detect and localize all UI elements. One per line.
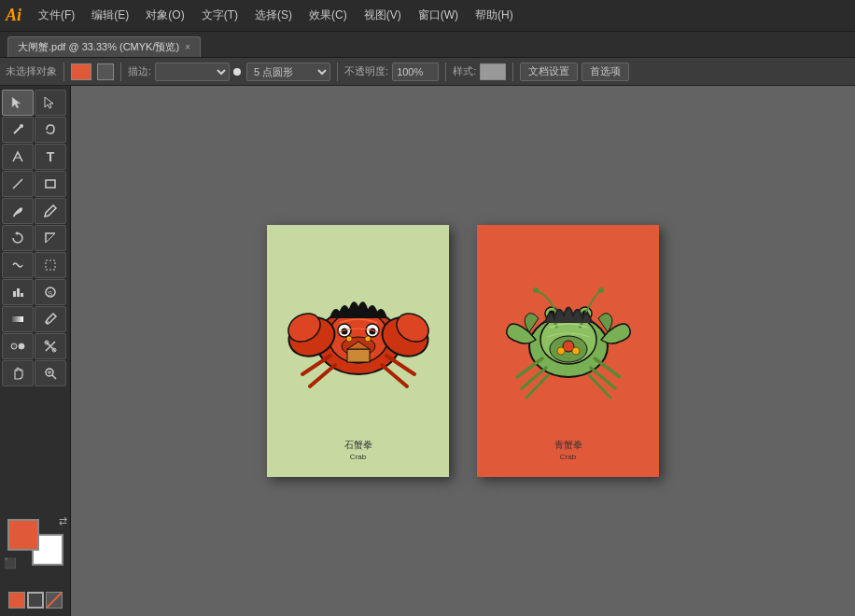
menu-view[interactable]: 视图(V) bbox=[357, 4, 409, 27]
stroke-label: 描边: bbox=[128, 64, 151, 78]
document-tab[interactable]: 大闸蟹.pdf @ 33.33% (CMYK/预览) × bbox=[7, 36, 201, 57]
svg-rect-6 bbox=[17, 288, 20, 297]
caption-2: 青蟹拳 Crab bbox=[554, 439, 582, 462]
type-tool-button[interactable]: T bbox=[35, 144, 66, 170]
tab-title: 大闸蟹.pdf @ 33.33% (CMYK/预览) bbox=[18, 40, 179, 54]
svg-rect-27 bbox=[347, 349, 370, 362]
toolbar-separator-5 bbox=[512, 63, 513, 81]
svg-line-55 bbox=[526, 375, 548, 398]
menu-file[interactable]: 文件(F) bbox=[31, 4, 82, 27]
zoom-tool-button[interactable] bbox=[35, 360, 66, 386]
menu-text[interactable]: 文字(T) bbox=[194, 4, 245, 27]
direct-select-tool-button[interactable] bbox=[35, 90, 66, 116]
crab-illustration-red bbox=[284, 234, 433, 430]
default-colors-icon[interactable]: ⬛ bbox=[4, 557, 17, 569]
fill-indicator[interactable] bbox=[8, 592, 25, 609]
menu-help[interactable]: 帮助(H) bbox=[468, 4, 521, 27]
style-box[interactable] bbox=[480, 63, 506, 80]
brush-tool-button[interactable] bbox=[2, 198, 34, 224]
fill-color-box[interactable] bbox=[71, 63, 91, 80]
menu-edit[interactable]: 编辑(E) bbox=[84, 4, 136, 27]
free-transform-button[interactable] bbox=[35, 252, 66, 278]
document-card-2: 青蟹拳 Crab bbox=[477, 225, 659, 477]
menu-effect[interactable]: 效果(C) bbox=[301, 4, 355, 27]
menu-select[interactable]: 选择(S) bbox=[247, 4, 300, 27]
eyedropper-tool-button[interactable] bbox=[35, 306, 66, 332]
line-tool-button[interactable] bbox=[2, 171, 34, 197]
stroke-dropdown[interactable] bbox=[155, 63, 230, 81]
page-red: 青蟹拳 Crab bbox=[477, 225, 659, 477]
warp-tool-button[interactable] bbox=[2, 252, 34, 278]
gradient-tool-button[interactable] bbox=[2, 306, 34, 332]
app-logo: Ai bbox=[6, 6, 21, 25]
preferences-button[interactable]: 首选项 bbox=[582, 63, 629, 81]
shape-tool-button[interactable] bbox=[35, 171, 66, 197]
page-green: 石蟹拳 Crab bbox=[267, 225, 449, 477]
menu-bar: Ai 文件(F) 编辑(E) 对象(O) 文字(T) 选择(S) 效果(C) 视… bbox=[0, 0, 855, 32]
graph-tool-button[interactable] bbox=[2, 279, 34, 305]
svg-point-38 bbox=[365, 336, 371, 342]
svg-rect-3 bbox=[46, 180, 55, 188]
swap-colors-icon[interactable]: ⇄ bbox=[59, 515, 67, 527]
stroke-dot-icon bbox=[233, 68, 241, 76]
tool-row-5 bbox=[2, 198, 68, 224]
none-indicator[interactable] bbox=[46, 592, 63, 609]
no-selection-label: 未选择对象 bbox=[6, 64, 57, 78]
color-swatch-container: ⇄ ⬛ bbox=[7, 519, 63, 566]
crab-illustration-green bbox=[494, 234, 643, 430]
caption-chinese-1: 石蟹拳 bbox=[344, 439, 372, 452]
blend-tool-button[interactable] bbox=[2, 333, 34, 359]
caption-english-1: Crab bbox=[344, 452, 372, 462]
caption-english-2: Crab bbox=[554, 452, 582, 462]
menu-object[interactable]: 对象(O) bbox=[138, 4, 191, 27]
select-tool-button[interactable] bbox=[2, 90, 34, 116]
svg-point-37 bbox=[346, 336, 352, 342]
stroke-color-box[interactable] bbox=[97, 63, 114, 80]
rotate-tool-button[interactable] bbox=[2, 225, 34, 251]
tool-row-10 bbox=[2, 333, 68, 359]
svg-text:S: S bbox=[48, 289, 52, 298]
svg-point-47 bbox=[533, 287, 539, 293]
svg-rect-4 bbox=[46, 260, 55, 270]
brush-type-dropdown[interactable]: 5 点圆形 bbox=[246, 63, 330, 81]
hand-tool-button[interactable] bbox=[2, 360, 34, 386]
svg-line-58 bbox=[589, 375, 610, 398]
magic-wand-tool-button[interactable] bbox=[2, 117, 34, 143]
control-toolbar: 未选择对象 描边: 5 点圆形 不透明度: 样式: 文档设置 首选项 bbox=[0, 58, 855, 86]
tool-row-6 bbox=[2, 225, 68, 251]
svg-point-12 bbox=[11, 343, 17, 349]
left-toolbox: T bbox=[0, 86, 71, 616]
caption-chinese-2: 青蟹拳 bbox=[554, 439, 582, 452]
opacity-input[interactable] bbox=[392, 63, 439, 81]
svg-point-1 bbox=[20, 124, 23, 128]
caption-1: 石蟹拳 Crab bbox=[344, 439, 372, 462]
svg-point-51 bbox=[557, 347, 565, 355]
svg-rect-7 bbox=[21, 293, 23, 297]
foreground-color-swatch[interactable] bbox=[7, 519, 39, 551]
main-area: T bbox=[0, 86, 855, 616]
toolbar-separator-1 bbox=[63, 63, 64, 81]
symbol-button[interactable]: S bbox=[35, 279, 66, 305]
stroke-indicator[interactable] bbox=[27, 592, 44, 609]
toolbar-separator-2 bbox=[120, 63, 121, 81]
scissors-tool-button[interactable] bbox=[35, 333, 66, 359]
svg-rect-5 bbox=[13, 291, 16, 297]
tab-close-button[interactable]: × bbox=[185, 43, 190, 52]
pen-tool-button[interactable] bbox=[2, 144, 34, 170]
tool-row-3: T bbox=[2, 144, 68, 170]
lasso-tool-button[interactable] bbox=[35, 117, 66, 143]
scale-tool-button[interactable] bbox=[35, 225, 66, 251]
svg-rect-10 bbox=[12, 316, 23, 322]
menu-window[interactable]: 窗口(W) bbox=[411, 4, 466, 27]
canvas-area[interactable]: 石蟹拳 Crab bbox=[71, 86, 855, 616]
svg-point-52 bbox=[572, 347, 580, 355]
doc-settings-button[interactable]: 文档设置 bbox=[520, 63, 578, 81]
svg-line-2 bbox=[13, 179, 22, 189]
tool-row-8: S bbox=[2, 279, 68, 305]
toolbar-separator-4 bbox=[445, 63, 446, 81]
tool-row-11 bbox=[2, 360, 68, 386]
tool-row-1 bbox=[2, 90, 68, 116]
svg-point-48 bbox=[598, 287, 604, 293]
pencil-tool-button[interactable] bbox=[35, 198, 66, 224]
color-swatches: ⇄ ⬛ bbox=[2, 515, 68, 612]
